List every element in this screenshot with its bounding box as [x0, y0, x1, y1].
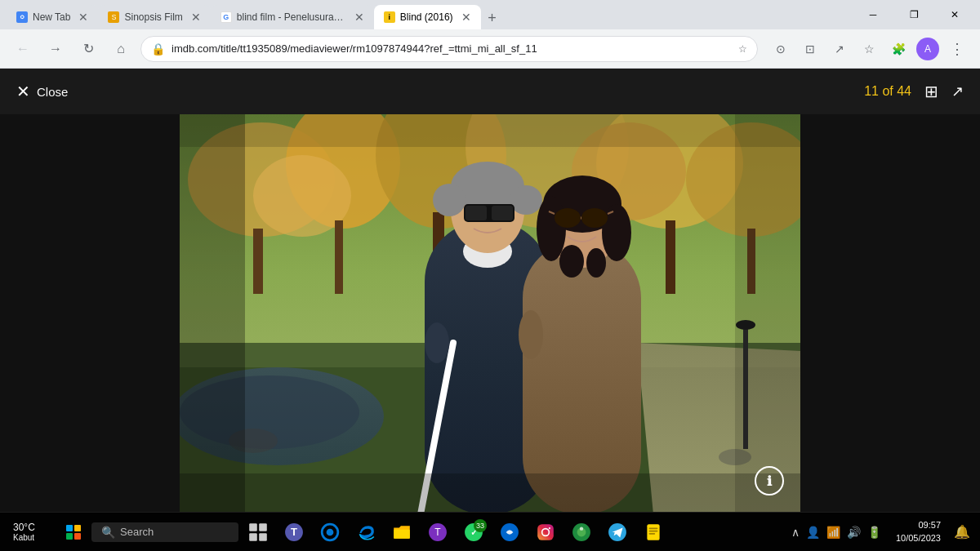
- new-tab-button[interactable]: +: [481, 7, 504, 29]
- explorer-icon[interactable]: [385, 516, 418, 549]
- tab-label-google: blind film - Penelusuran Google: [237, 11, 346, 23]
- search-icon: 🔍: [101, 526, 115, 539]
- google-lens-icon[interactable]: ⊙: [768, 36, 794, 62]
- extension-icon[interactable]: 🧩: [885, 36, 911, 62]
- svg-point-71: [580, 527, 583, 530]
- svg-rect-48: [180, 114, 245, 512]
- home-button[interactable]: ⌂: [108, 36, 134, 62]
- tab-new-tab[interactable]: ⭘ New Tab ✕: [7, 5, 98, 29]
- battery-icon[interactable]: 🔋: [866, 526, 883, 539]
- start-button[interactable]: [59, 518, 88, 547]
- minimize-button[interactable]: ─: [854, 2, 892, 28]
- maximize-button[interactable]: ❐: [895, 2, 933, 28]
- tray-icons: ∧ 👤 📶 🔊 🔋: [786, 526, 886, 539]
- tab-sinopsis[interactable]: S Sinopsis Film ✕: [98, 5, 210, 29]
- volume-icon[interactable]: 🔊: [845, 526, 862, 539]
- share-viewer-icon[interactable]: ↗: [951, 82, 964, 100]
- tab-imdb[interactable]: i Blind (2016) ✕: [374, 5, 481, 29]
- lock-icon: 🔒: [151, 42, 165, 56]
- tab-google[interactable]: G blind film - Penelusuran Google ✕: [211, 5, 374, 29]
- cast-icon[interactable]: ⊡: [797, 36, 823, 62]
- instagram-svg: [536, 522, 555, 542]
- chrome-app-icon[interactable]: [565, 516, 598, 549]
- grid-icon[interactable]: ⊞: [924, 82, 938, 101]
- chrome-app-svg: [572, 522, 591, 542]
- back-button[interactable]: ←: [10, 36, 36, 62]
- svg-point-68: [549, 527, 550, 529]
- tray-people-icon[interactable]: 👤: [804, 526, 822, 539]
- svg-point-38: [537, 196, 566, 261]
- cortana-icon[interactable]: [314, 516, 346, 549]
- clock-date: 10/05/2023: [896, 532, 941, 544]
- profile-icon[interactable]: A: [915, 36, 941, 62]
- close-x-icon: ✕: [16, 82, 30, 101]
- media-viewer: ✕ Close 11 of 44 ⊞ ↗: [0, 69, 980, 551]
- svg-rect-76: [649, 533, 656, 535]
- menu-icon[interactable]: ⋮: [944, 36, 970, 62]
- title-bar: ⭘ New Tab ✕ S Sinopsis Film ✕ G blind fi…: [0, 0, 980, 29]
- tab-close-imdb[interactable]: ✕: [461, 11, 471, 24]
- search-text: Search: [120, 526, 154, 538]
- url-text: imdb.com/title/tt1935089/mediaviewer/rm1…: [172, 42, 732, 55]
- svg-point-47: [519, 310, 543, 359]
- svg-rect-73: [647, 524, 659, 540]
- weather-widget: 30°C Kabut: [7, 522, 56, 542]
- clock[interactable]: 09:57 10/05/2023: [889, 519, 947, 544]
- notes-icon[interactable]: [637, 516, 670, 549]
- svg-rect-49: [735, 114, 800, 512]
- svg-rect-52: [249, 523, 257, 531]
- scene-svg: [180, 114, 800, 512]
- cortana2-icon[interactable]: [493, 516, 526, 549]
- bookmark-icon[interactable]: ☆: [856, 36, 882, 62]
- svg-rect-51: [180, 473, 800, 512]
- svg-rect-32: [492, 206, 513, 220]
- info-button[interactable]: ℹ: [755, 466, 784, 495]
- notification-icon[interactable]: ✓ 33: [457, 516, 490, 549]
- tab-close-newtab[interactable]: ✕: [78, 11, 88, 24]
- tab-close-sinopsis[interactable]: ✕: [191, 11, 201, 24]
- tray-expand-icon[interactable]: ∧: [790, 526, 801, 539]
- svg-text:T: T: [434, 527, 441, 538]
- svg-point-43: [581, 208, 608, 228]
- main-image: ℹ: [180, 114, 800, 512]
- close-label: Close: [37, 85, 68, 99]
- close-window-button[interactable]: ✕: [936, 2, 973, 28]
- windows-logo: [66, 525, 81, 540]
- url-bar[interactable]: 🔒 imdb.com/title/tt1935089/mediaviewer/r…: [140, 36, 758, 62]
- viewer-right: 11 of 44 ⊞ ↗: [864, 82, 964, 101]
- svg-rect-54: [249, 533, 257, 541]
- svg-point-28: [433, 184, 466, 216]
- instagram-icon[interactable]: [529, 516, 562, 549]
- wifi-icon[interactable]: 📶: [825, 526, 842, 539]
- share-toolbar-icon[interactable]: ↗: [826, 36, 853, 62]
- reload-button[interactable]: ↻: [75, 36, 101, 62]
- image-counter: 11 of 44: [864, 84, 911, 99]
- svg-rect-74: [649, 527, 658, 529]
- svg-point-40: [559, 245, 584, 278]
- edge-icon[interactable]: [350, 516, 382, 549]
- teams-icon[interactable]: T: [278, 516, 310, 549]
- svg-point-39: [602, 204, 631, 261]
- info-icon: ℹ: [767, 473, 772, 489]
- action-center-icon[interactable]: 🔔: [951, 524, 973, 540]
- tab-favicon-sinopsis: S: [108, 11, 119, 23]
- translate-icon[interactable]: T: [421, 516, 454, 549]
- explorer-svg: [392, 522, 412, 542]
- weather-desc: Kabut: [13, 533, 49, 542]
- svg-rect-31: [466, 206, 487, 220]
- svg-rect-60: [394, 529, 410, 538]
- tab-close-google[interactable]: ✕: [354, 11, 364, 24]
- tab-label-sinopsis: Sinopsis Film: [124, 11, 182, 23]
- cortana-svg: [320, 522, 340, 542]
- telegram-icon[interactable]: [601, 516, 634, 549]
- translate-svg: T: [428, 522, 448, 542]
- search-bar[interactable]: 🔍 Search: [91, 522, 238, 542]
- task-view-icon[interactable]: [242, 516, 274, 549]
- viewer-header: ✕ Close 11 of 44 ⊞ ↗: [0, 69, 980, 114]
- address-bar: ← → ↻ ⌂ 🔒 imdb.com/title/tt1935089/media…: [0, 29, 980, 69]
- avatar: A: [916, 38, 939, 60]
- forward-button[interactable]: →: [42, 36, 69, 62]
- star-icon[interactable]: ☆: [738, 43, 747, 55]
- close-button[interactable]: ✕ Close: [16, 82, 68, 101]
- svg-rect-35: [523, 241, 641, 512]
